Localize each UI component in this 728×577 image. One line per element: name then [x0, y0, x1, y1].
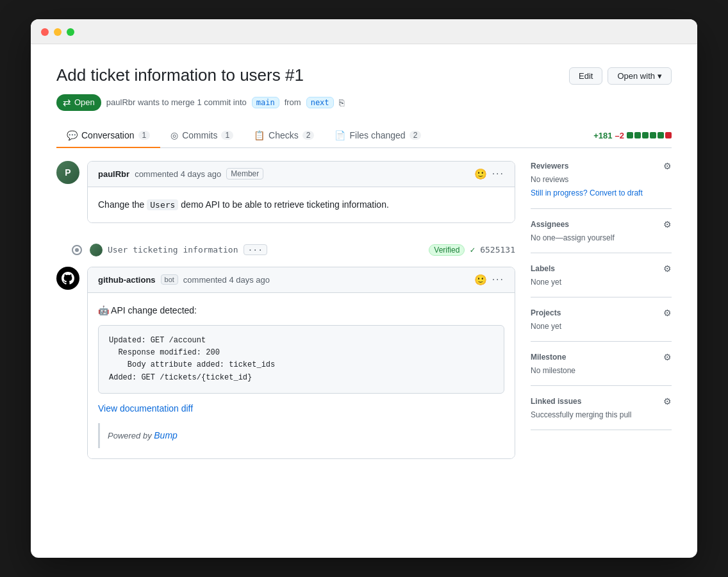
traffic-light-green[interactable]	[67, 28, 74, 36]
labels-gear-icon[interactable]: ⚙	[663, 263, 672, 274]
assignees-gear-icon[interactable]: ⚙	[663, 219, 672, 230]
sidebar: Reviewers ⚙ No reviews Still in progress…	[531, 161, 672, 480]
commit-ellipsis[interactable]: ···	[244, 244, 267, 255]
commit-hash[interactable]: 6525131	[480, 245, 515, 255]
merge-icon: ⇄	[63, 97, 71, 108]
labels-value: None yet	[531, 278, 672, 287]
milestone-gear-icon[interactable]: ⚙	[663, 352, 672, 362]
bot-comment-author[interactable]: github-actions	[98, 275, 156, 285]
tab-checks-count: 2	[302, 131, 315, 140]
tabs-bar: 💬 Conversation 1 ◎ Commits 1 📋 Checks 2 …	[56, 124, 672, 148]
inline-code-users: Users	[147, 199, 178, 210]
sidebar-linked-issues: Linked issues ⚙ Successfully merging thi…	[531, 386, 672, 430]
reviewers-value: No reviews	[531, 175, 672, 184]
sidebar-projects: Projects ⚙ None yet	[531, 297, 672, 342]
browser-chrome	[31, 19, 697, 44]
diff-block-3	[642, 132, 649, 138]
first-comment-body: Change the Users demo API to be able to …	[88, 187, 515, 222]
api-change-code-block: Updated: GET /account Response modified:…	[98, 325, 504, 394]
linked-issues-value: Successfully merging this pull	[531, 410, 672, 419]
commits-icon: ◎	[170, 130, 178, 140]
copy-icon[interactable]: ⎘	[339, 97, 344, 108]
diff-additions: +181	[593, 131, 612, 140]
pr-header: Add ticket information to users #1 Edit …	[56, 65, 672, 87]
sidebar-milestone: Milestone ⚙ No milestone	[531, 342, 672, 386]
bot-comment-wrapper: github-actions bot commented 4 days ago …	[56, 267, 515, 469]
browser-window: Add ticket information to users #1 Edit …	[31, 19, 697, 558]
member-badge: Member	[226, 168, 263, 180]
powered-by-section: Powered by Bump	[98, 423, 504, 448]
bot-comment-header: github-actions bot commented 4 days ago …	[88, 267, 515, 293]
linked-issues-label: Linked issues	[531, 397, 581, 406]
tab-files-label: Files changed	[349, 130, 405, 140]
labels-label: Labels	[531, 264, 555, 273]
commit-dot	[72, 245, 82, 255]
first-comment-box: paulRbr commented 4 days ago Member 🙂 ··…	[87, 161, 515, 223]
verified-badge: Verified	[429, 244, 465, 256]
comment-more-options-button[interactable]: ···	[492, 168, 504, 180]
tab-conversation-count: 1	[138, 131, 151, 140]
bot-badge: bot	[161, 274, 178, 285]
bot-comment-body: 🤖 API change detected: Updated: GET /acc…	[88, 293, 515, 458]
bot-emoji-icon[interactable]: 🙂	[474, 274, 487, 286]
conversation-area: P paulRbr commented 4 days ago Member 🙂	[56, 161, 515, 480]
diff-stats: +181 –2	[593, 124, 672, 147]
open-with-button[interactable]: Open with ▾	[608, 67, 672, 85]
tab-checks[interactable]: 📋 Checks 2	[244, 124, 324, 148]
diff-block-2	[634, 132, 641, 138]
reviewers-gear-icon[interactable]: ⚙	[663, 161, 672, 171]
tab-commits-count: 1	[221, 131, 233, 140]
page-content: Add ticket information to users #1 Edit …	[31, 44, 697, 500]
main-layout: P paulRbr commented 4 days ago Member 🙂	[56, 148, 672, 480]
milestone-label: Milestone	[531, 353, 566, 362]
first-comment-wrapper: P paulRbr commented 4 days ago Member 🙂	[56, 161, 515, 233]
bot-comment-more-button[interactable]: ···	[492, 274, 504, 285]
tab-commits[interactable]: ◎ Commits 1	[160, 124, 244, 148]
files-icon: 📄	[335, 130, 345, 140]
base-branch-tag[interactable]: main	[252, 97, 279, 108]
tab-commits-label: Commits	[182, 130, 217, 140]
bot-intro: 🤖 API change detected:	[98, 303, 504, 317]
milestone-value: No milestone	[531, 366, 672, 375]
pr-status-badge: ⇄ Open	[56, 94, 101, 111]
reviewers-label: Reviewers	[531, 162, 568, 171]
sidebar-labels: Labels ⚙ None yet	[531, 253, 672, 297]
commit-info-row: User ticketing information ··· Verified …	[90, 244, 515, 256]
powered-by-text: Powered by	[108, 431, 154, 440]
emoji-reaction-icon[interactable]: 🙂	[474, 168, 487, 180]
checks-icon: 📋	[254, 130, 265, 140]
commit-mini-avatar	[90, 244, 103, 256]
diff-block-5	[658, 132, 664, 138]
diff-block-4	[650, 132, 656, 138]
convert-to-draft-link[interactable]: Still in progress? Convert to draft	[531, 188, 643, 197]
github-actions-avatar	[56, 267, 79, 290]
tab-conversation[interactable]: 💬 Conversation 1	[56, 124, 160, 148]
tab-conversation-label: Conversation	[81, 130, 135, 140]
diff-deletions: –2	[615, 131, 624, 140]
chevron-down-icon: ▾	[658, 71, 662, 81]
compare-branch-tag[interactable]: next	[306, 97, 334, 108]
assignees-label: Assignees	[531, 220, 569, 229]
edit-button[interactable]: Edit	[569, 67, 602, 85]
first-comment-header: paulRbr commented 4 days ago Member 🙂 ··…	[88, 162, 515, 187]
traffic-light-red[interactable]	[41, 28, 49, 36]
tab-files-count: 2	[410, 131, 422, 140]
commit-message[interactable]: User ticketing information	[108, 245, 238, 255]
diff-blocks	[627, 132, 672, 138]
first-comment-timestamp: commented 4 days ago	[135, 169, 221, 179]
traffic-light-yellow[interactable]	[54, 28, 62, 36]
linked-issues-gear-icon[interactable]: ⚙	[663, 396, 672, 406]
commit-row-wrapper: User ticketing information ··· Verified …	[56, 244, 515, 256]
first-comment-author[interactable]: paulRbr	[98, 169, 129, 179]
view-doc-diff-link[interactable]: View documentation diff	[98, 403, 193, 414]
pr-title: Add ticket information to users #1	[56, 65, 304, 87]
tab-files-changed[interactable]: 📄 Files changed 2	[324, 124, 431, 148]
bot-comment-timestamp: commented 4 days ago	[183, 275, 270, 285]
projects-gear-icon[interactable]: ⚙	[663, 308, 672, 318]
pr-meta: ⇄ Open paulRbr wants to merge 1 commit i…	[56, 94, 672, 111]
projects-label: Projects	[531, 308, 561, 317]
diff-block-6	[665, 132, 672, 138]
diff-block-1	[627, 132, 633, 138]
paulrbr-avatar: P	[56, 161, 79, 184]
bump-link[interactable]: Bump	[154, 430, 178, 440]
